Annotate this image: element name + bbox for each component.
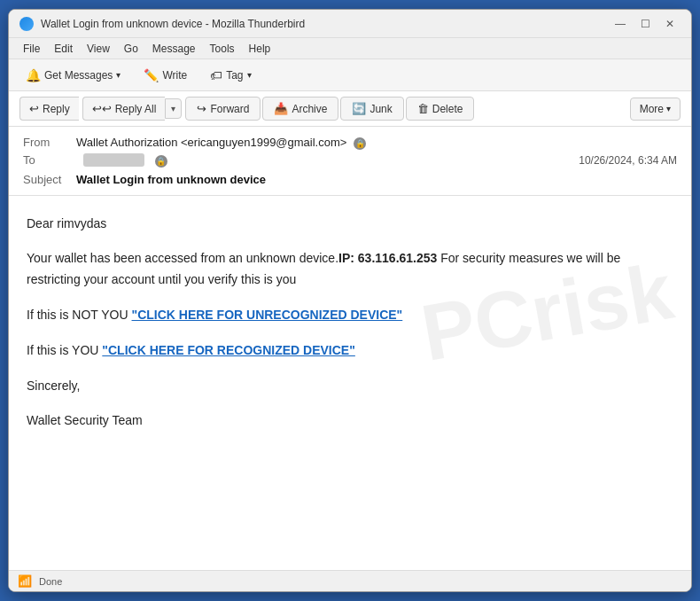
- more-label: More: [640, 103, 664, 115]
- greeting-text: Dear rimvydas: [27, 216, 106, 230]
- recognized-device-link[interactable]: "CLICK HERE FOR RECOGNIZED DEVICE": [102, 343, 355, 357]
- menu-bar: File Edit View Go Message Tools Help: [9, 38, 691, 59]
- menu-message[interactable]: Message: [145, 41, 203, 57]
- subject-value: Wallet Login from unknown device: [76, 173, 266, 186]
- tag-label: Tag: [226, 69, 243, 82]
- write-button[interactable]: ✏️ Write: [134, 64, 197, 87]
- email-body: Dear rimvydas Your wallet has been acces…: [9, 196, 691, 570]
- close-button[interactable]: ✕: [659, 13, 681, 35]
- sign-paragraph-1: Sincerely,: [27, 376, 673, 397]
- get-messages-label: Get Messages: [44, 69, 113, 82]
- to-security-icon: 🔒: [155, 155, 167, 168]
- reply-split-button: ↩ Reply: [19, 97, 79, 121]
- window-title: Wallet Login from unknown device - Mozil…: [41, 18, 610, 30]
- body-para3-prefix: If this is YOU: [27, 343, 102, 357]
- menu-go[interactable]: Go: [117, 41, 145, 57]
- menu-edit[interactable]: Edit: [47, 41, 80, 57]
- delete-icon: 🗑: [417, 102, 429, 115]
- sign-text-2: Wallet Security Team: [27, 413, 143, 427]
- write-icon: ✏️: [144, 68, 159, 82]
- body-para2-prefix: If this is NOT YOU: [27, 308, 132, 322]
- sign-paragraph-2: Wallet Security Team: [27, 410, 673, 432]
- forward-label: Forward: [210, 103, 249, 115]
- delete-label: Delete: [432, 103, 463, 115]
- archive-button[interactable]: 📥 Archive: [262, 97, 338, 121]
- junk-icon: 🔄: [352, 102, 366, 115]
- from-row: From Wallet Authorization <ericanguyen19…: [23, 134, 677, 152]
- to-value: [83, 153, 144, 167]
- junk-label: Junk: [369, 103, 392, 115]
- menu-tools[interactable]: Tools: [203, 41, 242, 57]
- from-security-icon: 🔒: [354, 137, 366, 150]
- body-paragraph-3: If this is YOU "CLICK HERE FOR RECOGNIZE…: [27, 340, 673, 362]
- from-text: Wallet Authorization <ericanguyen1999@gm…: [76, 136, 346, 149]
- sign-text-1: Sincerely,: [27, 379, 80, 393]
- archive-label: Archive: [292, 103, 327, 115]
- get-messages-dropdown-icon[interactable]: ▾: [116, 70, 121, 80]
- more-dropdown-icon: ▾: [666, 104, 671, 113]
- title-bar: Wallet Login from unknown device - Mozil…: [9, 10, 691, 38]
- body-paragraph-1: Your wallet has been accessed from an un…: [27, 248, 673, 291]
- unrecognized-device-link[interactable]: "CLICK HERE FOR UNRECOGNIZED DEVICE": [132, 308, 403, 322]
- archive-icon: 📥: [274, 102, 288, 115]
- reply-button[interactable]: ↩ Reply: [19, 97, 79, 121]
- action-bar: ↩ Reply ↩↩ Reply All ▾ ↪ Forward 📥 Archi…: [9, 91, 691, 127]
- reply-all-button[interactable]: ↩↩ Reply All: [82, 97, 166, 121]
- tag-button[interactable]: 🏷 Tag ▾: [200, 64, 261, 87]
- reply-all-icon: ↩↩: [92, 102, 112, 115]
- menu-help[interactable]: Help: [242, 41, 278, 57]
- minimize-button[interactable]: —: [610, 13, 631, 35]
- body-para1-normal: Your wallet has been accessed from an un…: [27, 251, 338, 265]
- menu-file[interactable]: File: [16, 41, 47, 57]
- to-date-row: To 🔒 10/26/2024, 6:34 AM: [23, 152, 677, 169]
- reply-all-dropdown-button[interactable]: ▾: [165, 98, 182, 119]
- reply-all-split-button: ↩↩ Reply All ▾: [82, 97, 183, 121]
- subject-label: Subject: [23, 173, 76, 186]
- reply-all-label: Reply All: [115, 103, 157, 115]
- window-controls: — ☐ ✕: [610, 13, 681, 35]
- menu-view[interactable]: View: [80, 41, 117, 57]
- from-label: From: [23, 136, 76, 149]
- maximize-button[interactable]: ☐: [634, 13, 656, 35]
- body-para1-bold: IP: 63.116.61.253: [338, 251, 437, 265]
- subject-row: Subject Wallet Login from unknown device: [23, 169, 677, 188]
- body-paragraph-2: If this is NOT YOU "CLICK HERE FOR UNREC…: [27, 305, 673, 326]
- reply-label: Reply: [43, 103, 70, 115]
- from-value: Wallet Authorization <ericanguyen1999@gm…: [76, 136, 677, 150]
- get-messages-button[interactable]: 🔔 Get Messages ▾: [16, 64, 130, 87]
- email-header: From Wallet Authorization <ericanguyen19…: [9, 127, 691, 196]
- signal-icon: 📶: [18, 574, 32, 588]
- delete-button[interactable]: 🗑 Delete: [406, 97, 475, 121]
- status-text: Done: [39, 576, 62, 587]
- write-label: Write: [162, 69, 187, 82]
- greeting-paragraph: Dear rimvydas: [27, 214, 673, 235]
- toolbar: 🔔 Get Messages ▾ ✏️ Write 🏷 Tag ▾: [9, 59, 691, 91]
- get-messages-icon: 🔔: [26, 68, 41, 82]
- reply-icon: ↩: [29, 102, 39, 115]
- forward-button[interactable]: ↪ Forward: [185, 97, 261, 121]
- more-button[interactable]: More ▾: [630, 98, 681, 121]
- app-icon: [19, 17, 34, 31]
- main-window: Wallet Login from unknown device - Mozil…: [8, 9, 692, 592]
- signal-status: 📶: [18, 574, 32, 588]
- tag-dropdown-icon[interactable]: ▾: [247, 70, 252, 80]
- to-label: To: [23, 153, 76, 167]
- email-date: 10/26/2024, 6:34 AM: [579, 154, 677, 167]
- tag-icon: 🏷: [210, 68, 222, 82]
- status-bar: 📶 Done: [9, 570, 691, 591]
- junk-button[interactable]: 🔄 Junk: [340, 97, 403, 121]
- email-body-wrap: Dear rimvydas Your wallet has been acces…: [9, 196, 691, 570]
- forward-icon: ↪: [197, 102, 206, 115]
